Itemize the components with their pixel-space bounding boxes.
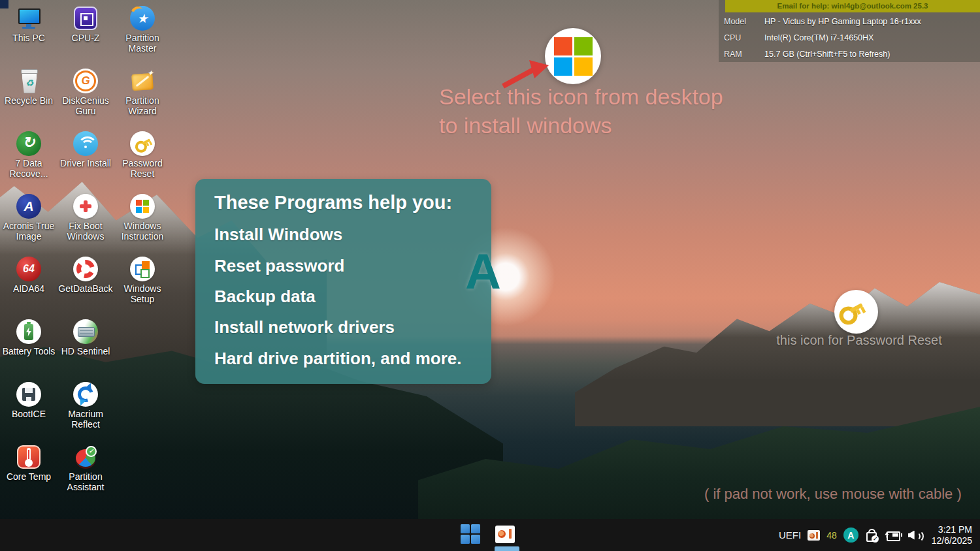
- help-item: Install Windows: [214, 225, 342, 245]
- desktop-icon-label: HD Sentinel: [57, 346, 114, 356]
- desktop-icon-partition-wizard[interactable]: ✦Partition Wizard: [114, 68, 171, 116]
- desktop-icon-partition-master[interactable]: ★Partition Master: [114, 5, 171, 54]
- cpu-z-icon: [73, 5, 99, 31]
- start-button[interactable]: [461, 524, 481, 544]
- desktop-icon-label: Battery Tools: [1, 346, 57, 356]
- floppy-icon: [16, 381, 42, 407]
- gold-key-icon: [836, 299, 866, 323]
- desktop-icon-label: Macrium Reflect: [57, 409, 114, 430]
- desktop-icon-battery-tools[interactable]: Battery Tools: [1, 319, 57, 356]
- medical-cross-icon: [73, 193, 99, 219]
- desktop-icon-label: DiskGenius Guru: [57, 95, 114, 116]
- desktop-icon-fix-boot-windows[interactable]: Fix Boot Windows: [57, 193, 114, 242]
- mouse-hint-text: ( if pad not work, use mouse with cable …: [704, 486, 962, 503]
- install-hint-text: Select this icon from desktop to install…: [439, 82, 723, 140]
- desktop-icon-label: 7 Data Recove...: [1, 158, 57, 179]
- system-info-row: Model HP - Victus by HP Gaming Laptop 16…: [724, 14, 977, 30]
- desktop-icon-cpu-z[interactable]: CPU-Z: [57, 5, 114, 43]
- install-hint-line1: Select this icon from desktop: [439, 82, 723, 111]
- thermometer-icon: [16, 444, 42, 470]
- battery-icon: [16, 319, 42, 345]
- system-info-value: 15.7 GB (Ctrl+Shift+F5 to Refresh): [764, 46, 890, 63]
- clock[interactable]: 3:21 PM 12/6/2025: [932, 524, 972, 546]
- recycle-bin-icon: ♻: [16, 68, 42, 94]
- install-hint-line2: to install windows: [439, 111, 723, 140]
- password-hint-text: this icon for Password Reset: [764, 333, 954, 348]
- desktop-screen: This PCCPU-Z★Partition Master♻Recycle Bi…: [0, 0, 980, 551]
- desktop-icon-label: Partition Master: [114, 33, 171, 54]
- system-info-value: Intel(R) Core(TM) i7-14650HX: [764, 30, 874, 46]
- taskbar: UEFI 48 A ✓ 3:21 PM 12/6/2025: [0, 519, 980, 551]
- acronis-watermark: A: [465, 243, 501, 300]
- diskgenius-icon: G: [73, 68, 99, 94]
- key-icon: [129, 131, 155, 157]
- system-info-panel: Email for help: winl4gb@outlook.com 25.3…: [719, 0, 980, 62]
- system-info-row: CPU Intel(R) Core(TM) i7-14650HX: [724, 30, 977, 46]
- desktop-icon-acronis-true-image[interactable]: AAcronis True Image: [1, 193, 57, 242]
- tray-acronis-icon[interactable]: A: [843, 527, 858, 543]
- taskbar-center: [461, 524, 515, 544]
- data-recovery-icon: ↻: [16, 131, 42, 157]
- desktop-icon-label: Acronis True Image: [1, 221, 57, 242]
- window-peek-strip[interactable]: [495, 546, 519, 551]
- email-help-bar: Email for help: winl4gb@outlook.com 25.3: [725, 0, 980, 12]
- taskbar-app-media[interactable]: [495, 526, 515, 543]
- desktop-icon-bootice[interactable]: BootICE: [1, 381, 57, 419]
- desktop-icon-recycle-bin[interactable]: ♻Recycle Bin: [1, 68, 57, 106]
- help-item: Install network drivers: [214, 317, 395, 338]
- monitor-icon: [16, 5, 42, 31]
- clock-date: 12/6/2025: [932, 535, 972, 546]
- system-info-row: RAM 15.7 GB (Ctrl+Shift+F5 to Refresh): [724, 46, 977, 63]
- desktop-icon-label: AIDA64: [1, 283, 57, 294]
- disk-pie-icon: ✓: [73, 444, 99, 470]
- desktop-icon-macrium-reflect[interactable]: Macrium Reflect: [57, 381, 114, 430]
- system-info-rows: Model HP - Victus by HP Gaming Laptop 16…: [724, 14, 977, 63]
- help-item: Hard drive partition, and more.: [214, 349, 462, 369]
- corner-artifact: [0, 0, 8, 8]
- tray-picture-icon[interactable]: [808, 530, 820, 541]
- desktop-icon-core-temp[interactable]: Core Temp: [1, 444, 57, 482]
- desktop-icon-this-pc[interactable]: This PC: [1, 5, 57, 43]
- lifebuoy-icon: [73, 256, 99, 282]
- desktop-icon-label: Core Temp: [1, 471, 57, 482]
- desktop-icon-label: GetDataBack: [57, 283, 114, 294]
- help-item: Reset password: [214, 256, 344, 276]
- desktop-icon-diskgenius-guru[interactable]: GDiskGenius Guru: [57, 68, 114, 116]
- desktop-icon-partition-assistant[interactable]: ✓Partition Assistant: [57, 444, 114, 492]
- desktop-icon-driver-install[interactable]: Driver Install: [57, 131, 114, 168]
- system-info-label: CPU: [724, 30, 764, 46]
- wifi-icon: [73, 131, 99, 157]
- volume-icon[interactable]: [908, 529, 923, 541]
- clock-time: 3:21 PM: [932, 524, 972, 535]
- desktop-icon-windows-setup[interactable]: Windows Setup: [114, 256, 171, 304]
- microsoft-logo-icon: [554, 37, 593, 76]
- windows-setup-icon: [129, 256, 155, 282]
- password-reset-icon[interactable]: [834, 290, 878, 334]
- temperature-value: 48: [826, 530, 837, 541]
- system-tray: UEFI 48 A ✓ 3:21 PM 12/6/2025: [779, 519, 972, 551]
- desktop-icon-hd-sentinel[interactable]: HD Sentinel: [57, 319, 114, 356]
- desktop-icon-password-reset[interactable]: Password Reset: [114, 131, 171, 179]
- desktop-icon-label: Windows Setup: [114, 283, 171, 304]
- desktop-icon-7-data-recove[interactable]: ↻7 Data Recove...: [1, 131, 57, 179]
- partition-wizard-icon: ✦: [129, 68, 155, 94]
- windows-logo-icon: [129, 193, 155, 219]
- desktop-icon-label: CPU-Z: [57, 33, 114, 43]
- desktop-icon-getdataback[interactable]: GetDataBack: [57, 256, 114, 294]
- desktop-icon-label: Partition Wizard: [114, 95, 171, 116]
- desktop-icon-windows-instruction[interactable]: Windows Instruction: [114, 193, 171, 242]
- acronis-icon: A: [16, 193, 42, 219]
- safely-remove-icon[interactable]: ✓: [865, 528, 878, 542]
- sync-arrows-icon: [73, 381, 99, 407]
- hdd-icon: [73, 319, 99, 345]
- desktop-icon-label: Fix Boot Windows: [57, 221, 114, 242]
- partition-master-icon: ★: [129, 5, 155, 31]
- desktop-icon-label: This PC: [1, 33, 57, 43]
- desktop-icon-aida64[interactable]: 64AIDA64: [1, 256, 57, 294]
- battery-charging-icon[interactable]: [885, 530, 902, 540]
- aida64-icon: 64: [16, 256, 42, 282]
- desktop-icon-label: Windows Instruction: [114, 221, 171, 242]
- system-info-value: HP - Victus by HP Gaming Laptop 16-r1xxx: [764, 14, 921, 30]
- help-panel: These Programs help you: Install Windows…: [195, 179, 491, 384]
- help-panel-title: These Programs help you:: [214, 192, 452, 213]
